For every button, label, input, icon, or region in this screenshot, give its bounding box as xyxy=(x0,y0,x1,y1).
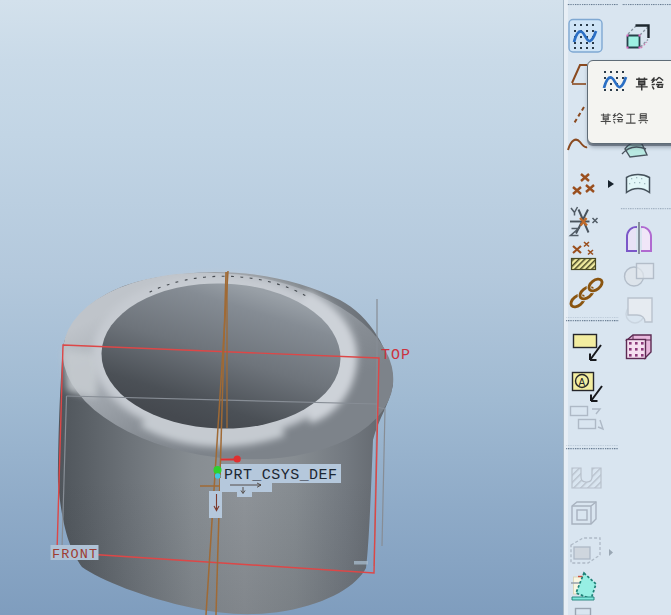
svg-text:A: A xyxy=(579,377,586,388)
